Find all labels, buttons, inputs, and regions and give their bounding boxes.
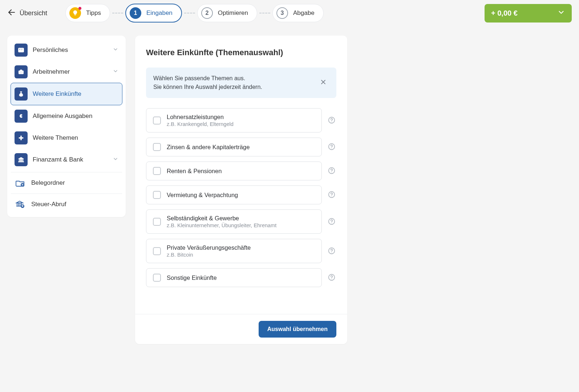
topic-subtitle: z.B. Krankengeld, Elterngeld xyxy=(167,121,234,127)
help-icon[interactable] xyxy=(328,143,336,151)
topic-row: Private Veräußerungsgeschäftez.B. Bitcoi… xyxy=(146,239,336,263)
svg-rect-4 xyxy=(21,50,22,50)
svg-rect-13 xyxy=(20,159,21,161)
page-title: Weitere Einkünfte (Themenauswahl) xyxy=(146,48,336,57)
topic-row: Vermietung & Verpachtung xyxy=(146,185,336,204)
checkbox[interactable] xyxy=(153,117,161,124)
sidebar-item-weitere-einkuenfte[interactable]: Weitere Einkünfte xyxy=(11,83,122,105)
svg-rect-16 xyxy=(19,162,24,162)
topic-option[interactable]: Lohnersatzleistungenz.B. Krankengeld, El… xyxy=(146,108,322,132)
info-line2: Sie können Ihre Auswahl jederzeit ändern… xyxy=(153,84,262,90)
svg-point-38 xyxy=(331,252,332,252)
topic-title: Vermietung & Verpachtung xyxy=(167,192,238,199)
submit-selection-button[interactable]: Auswahl übernehmen xyxy=(259,321,336,338)
step-eingaben[interactable]: 1 Eingaben xyxy=(125,4,182,23)
topbar: Übersicht Tipps 1 Eingaben 2 Optimieren … xyxy=(0,0,579,26)
topic-subtitle: z.B. Kleinunternehmer, Übungsleiter, Ehr… xyxy=(167,222,276,228)
bank-icon xyxy=(15,153,28,166)
sidebar-item-allgemeine-ausgaben[interactable]: € Allgemeine Ausgaben xyxy=(11,105,122,127)
main-panel: Weitere Einkünfte (Themenauswahl) Wählen… xyxy=(135,36,347,344)
help-icon[interactable] xyxy=(328,273,336,282)
tips-button[interactable]: Tipps xyxy=(65,4,110,22)
close-icon xyxy=(320,81,327,87)
svg-text:€: € xyxy=(20,114,23,119)
topic-title: Lohnersatzleistungen xyxy=(167,114,234,121)
svg-rect-14 xyxy=(21,159,22,161)
topic-title: Zinsen & andere Kapitalerträge xyxy=(167,144,250,151)
sidebar-steuer-abruf[interactable]: Steuer-Abruf xyxy=(11,195,122,213)
topic-list: Lohnersatzleistungenz.B. Krankengeld, El… xyxy=(146,108,336,287)
topic-option[interactable]: Sonstige Einkünfte xyxy=(146,268,322,287)
step-abgabe[interactable]: 3 Abgabe xyxy=(272,4,324,22)
tax-download-icon xyxy=(15,200,26,209)
sidebar-item-label: Finanzamt & Bank xyxy=(33,156,83,163)
checkbox[interactable] xyxy=(153,274,161,282)
divider xyxy=(11,193,122,194)
sidebar-item-label: Persönliches xyxy=(33,46,68,54)
checkbox[interactable] xyxy=(153,143,161,151)
checkbox[interactable] xyxy=(153,167,161,175)
help-icon[interactable] xyxy=(328,247,336,256)
svg-point-36 xyxy=(331,222,332,223)
sidebar-item-arbeitnehmer[interactable]: Arbeitnehmer xyxy=(11,61,122,83)
divider xyxy=(11,172,122,172)
checkbox[interactable] xyxy=(153,247,161,255)
body: Persönliches Arbeitnehmer Weitere Einkün… xyxy=(0,26,579,354)
chevron-down-icon xyxy=(113,68,118,76)
briefcase-icon xyxy=(15,65,28,78)
topic-option[interactable]: Renten & Pensionen xyxy=(146,162,322,180)
chevron-down-icon xyxy=(113,156,118,164)
folder-icon xyxy=(15,178,26,188)
refund-amount-dropdown[interactable]: + 0,00 € xyxy=(485,4,572,23)
notification-dot xyxy=(78,7,81,10)
svg-point-32 xyxy=(331,172,332,172)
topic-option[interactable]: Selbständigkeit & Gewerbez.B. Kleinunter… xyxy=(146,209,322,234)
help-icon[interactable] xyxy=(328,116,336,125)
close-info-button[interactable] xyxy=(317,76,329,89)
sidebar-item-label: Weitere Themen xyxy=(33,134,78,142)
lightbulb-icon xyxy=(69,7,81,19)
help-icon[interactable] xyxy=(328,191,336,199)
step-optimieren[interactable]: 2 Optimieren xyxy=(197,4,257,22)
back-label: Übersicht xyxy=(20,9,47,17)
step-label: Abgabe xyxy=(293,9,315,17)
svg-point-30 xyxy=(331,148,332,148)
money-bag-icon xyxy=(15,87,28,101)
id-card-icon xyxy=(15,44,28,57)
svg-rect-15 xyxy=(23,159,23,161)
checkbox[interactable] xyxy=(153,191,161,199)
svg-rect-3 xyxy=(21,49,23,49)
back-overview-link[interactable]: Übersicht xyxy=(7,8,47,19)
topic-title: Renten & Pensionen xyxy=(167,168,222,175)
svg-point-40 xyxy=(331,279,332,279)
svg-rect-10 xyxy=(19,138,23,139)
topic-title: Sonstige Einkünfte xyxy=(167,274,217,281)
topic-title: Private Veräußerungsgeschäfte xyxy=(167,244,251,251)
step-number: 1 xyxy=(130,7,141,19)
info-banner: Wählen Sie passende Themen aus. Sie könn… xyxy=(146,68,336,98)
checkbox[interactable] xyxy=(153,218,161,226)
sidebar-secondary-label: Steuer-Abruf xyxy=(31,201,66,208)
sidebar-belegordner[interactable]: Belegordner xyxy=(11,174,122,192)
sidebar-item-persoenliches[interactable]: Persönliches xyxy=(11,39,122,61)
help-icon[interactable] xyxy=(328,167,336,175)
sidebar-item-finanzamt-bank[interactable]: Finanzamt & Bank xyxy=(11,149,122,171)
euro-icon: € xyxy=(15,110,28,123)
sidebar: Persönliches Arbeitnehmer Weitere Einkün… xyxy=(7,36,126,217)
step-label: Eingaben xyxy=(146,9,173,17)
topic-option[interactable]: Private Veräußerungsgeschäftez.B. Bitcoi… xyxy=(146,239,322,263)
chevron-down-icon xyxy=(557,8,565,18)
help-icon[interactable] xyxy=(328,217,336,226)
plus-icon xyxy=(15,131,28,144)
tips-label: Tipps xyxy=(86,9,101,17)
sidebar-item-weitere-themen[interactable]: Weitere Themen xyxy=(11,127,122,149)
svg-rect-2 xyxy=(19,49,20,50)
step-number: 3 xyxy=(276,7,288,19)
info-text: Wählen Sie passende Themen aus. Sie könn… xyxy=(153,74,312,91)
info-line1: Wählen Sie passende Themen aus. xyxy=(153,75,245,81)
topic-option[interactable]: Vermietung & Verpachtung xyxy=(146,185,322,204)
svg-rect-6 xyxy=(20,70,22,71)
topic-option[interactable]: Zinsen & andere Kapitalerträge xyxy=(146,138,322,156)
step-connector xyxy=(112,13,123,13)
step-label: Optimieren xyxy=(218,9,248,17)
